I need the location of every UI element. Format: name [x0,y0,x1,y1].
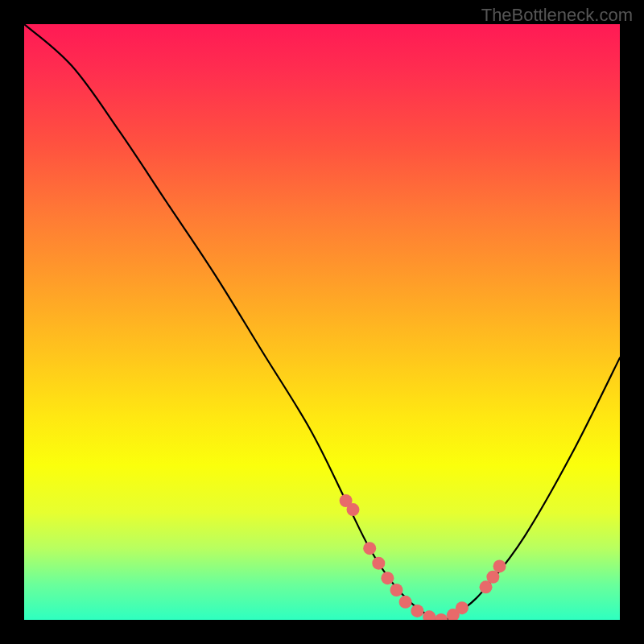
curve-marker [486,571,499,584]
curve-marker [423,610,436,620]
attribution-text: TheBottleneck.com [481,5,633,26]
curve-marker [381,572,394,584]
curve-marker [411,605,423,617]
plot-area [24,24,620,620]
curve-marker [435,613,448,620]
curve-marker [390,584,403,597]
curve-marker [363,542,376,555]
curve-markers [340,494,506,620]
curve-marker [456,601,469,614]
bottleneck-curve [24,24,620,620]
curve-marker [372,557,385,570]
chart-svg [24,24,620,620]
curve-marker [346,503,359,516]
curve-marker [399,596,412,609]
curve-marker [493,559,506,572]
